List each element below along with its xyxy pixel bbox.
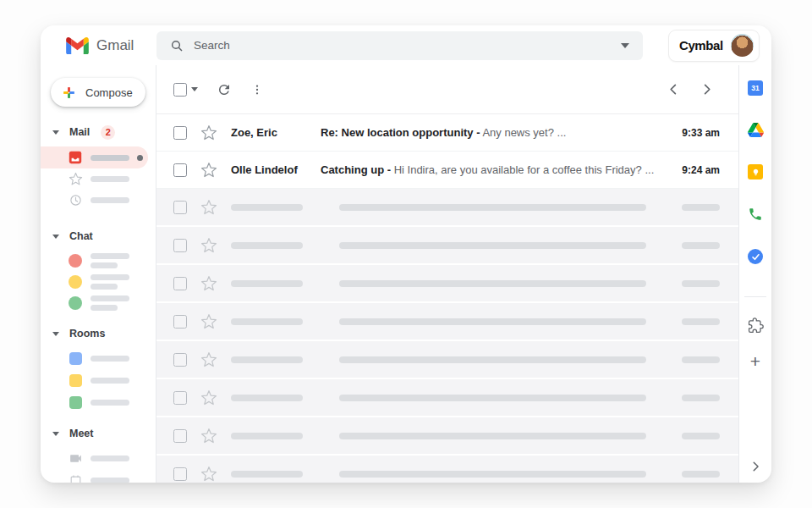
row-checkbox[interactable] (173, 353, 187, 367)
app-header: Gmail Cymbal (41, 25, 771, 65)
google-drive-icon[interactable] (748, 123, 764, 137)
google-voice-icon[interactable] (748, 207, 763, 222)
row-star-icon[interactable] (200, 313, 217, 330)
skeleton-email-row[interactable] (156, 303, 738, 341)
sidebar-item-snoozed[interactable] (41, 190, 148, 211)
email-sender: Olle Lindelof (231, 163, 321, 176)
section-chat[interactable]: Chat (41, 229, 156, 243)
room-item[interactable] (41, 391, 148, 413)
refresh-button[interactable] (217, 82, 232, 97)
select-dropdown-icon[interactable] (191, 87, 198, 91)
expand-panel-icon[interactable] (749, 461, 761, 472)
search-bar[interactable] (156, 31, 643, 60)
chat-contact-item[interactable] (41, 292, 148, 313)
row-star-icon[interactable] (200, 199, 217, 216)
email-row[interactable]: Zoe, Eric Re: New location opportunity -… (156, 114, 738, 152)
row-checkbox[interactable] (173, 277, 187, 290)
email-rows: Zoe, Eric Re: New location opportunity -… (156, 114, 738, 483)
brand-badge[interactable]: Cymbal (668, 30, 760, 62)
user-avatar[interactable] (731, 34, 754, 57)
row-star-icon[interactable] (200, 389, 217, 406)
row-star-icon[interactable] (200, 351, 217, 368)
get-addons-icon[interactable]: + (750, 354, 760, 369)
row-checkbox[interactable] (173, 391, 187, 405)
chat-contact-item[interactable] (41, 271, 148, 292)
skeleton-bar (231, 433, 303, 439)
unread-dot (137, 155, 143, 161)
row-star-icon[interactable] (200, 275, 217, 292)
skeleton-bar (339, 242, 646, 249)
row-checkbox[interactable] (173, 126, 187, 140)
sidebar-item-starred[interactable] (41, 168, 148, 190)
google-keep-icon[interactable] (748, 164, 763, 179)
section-mail[interactable]: Mail 2 (41, 125, 156, 139)
google-calendar-icon[interactable]: 31 (748, 80, 763, 96)
section-rooms[interactable]: Rooms (41, 327, 156, 340)
row-checkbox[interactable] (173, 239, 187, 252)
search-input[interactable] (194, 39, 621, 52)
skeleton-email-row[interactable] (156, 265, 738, 303)
skeleton-bar (231, 356, 303, 363)
google-tasks-icon[interactable] (748, 249, 763, 264)
row-checkbox[interactable] (173, 315, 187, 329)
skeleton-bar (231, 280, 303, 287)
row-star-icon[interactable] (200, 466, 217, 483)
row-checkbox[interactable] (173, 429, 187, 443)
chat-contact-item[interactable] (41, 250, 148, 271)
sidebar-item-inbox[interactable] (41, 146, 148, 168)
section-meet[interactable]: Meet (41, 427, 156, 440)
skeleton-email-row[interactable] (156, 379, 738, 417)
clock-icon (68, 194, 83, 207)
email-snippet: Any news yet? ... (480, 126, 567, 139)
row-checkbox[interactable] (173, 201, 187, 214)
room-item[interactable] (41, 347, 148, 369)
plus-multicolor-icon (62, 86, 76, 100)
skeleton-email-row[interactable] (156, 417, 738, 456)
row-star-icon[interactable] (200, 428, 217, 444)
search-options-icon[interactable] (621, 43, 629, 48)
compose-button[interactable]: Compose (51, 78, 145, 107)
skeleton-email-row[interactable] (156, 189, 738, 227)
newer-page-button[interactable] (667, 83, 680, 96)
room-item[interactable] (41, 369, 148, 391)
older-page-button[interactable] (700, 83, 713, 96)
meet-new-meeting-item[interactable] (41, 447, 148, 469)
skeleton-bar (339, 280, 646, 287)
rail-divider (744, 296, 766, 297)
skeleton-bar (91, 274, 129, 280)
chevron-down-icon[interactable] (52, 130, 59, 135)
compose-label: Compose (85, 86, 133, 99)
meet-join-meeting-item[interactable] (41, 469, 148, 483)
inbox-icon (68, 151, 83, 164)
star-icon (68, 172, 83, 186)
row-star-icon[interactable] (200, 237, 217, 254)
skeleton-email-row[interactable] (156, 456, 738, 483)
email-subject-bold: Catching up - (321, 163, 391, 176)
skeleton-bar (91, 456, 129, 461)
gmail-brand[interactable]: Gmail (66, 37, 156, 54)
email-subject: Re: New location opportunity - Any news … (321, 126, 672, 139)
skeleton-bar (682, 395, 720, 401)
videocam-icon (68, 451, 83, 466)
chevron-down-icon[interactable] (52, 235, 59, 239)
row-checkbox[interactable] (173, 467, 187, 481)
left-sidebar: Compose Mail 2 (41, 65, 156, 483)
skeleton-bar (339, 356, 646, 363)
skeleton-email-row[interactable] (156, 227, 738, 265)
row-star-icon[interactable] (200, 124, 217, 141)
email-row[interactable]: Olle Lindelof Catching up - Hi Indira, a… (156, 152, 738, 189)
skeleton-email-row[interactable] (156, 341, 738, 379)
select-all-checkbox[interactable] (173, 83, 187, 97)
extensions-icon[interactable] (748, 318, 764, 334)
row-checkbox[interactable] (173, 163, 187, 177)
email-time: 9:24 am (682, 164, 720, 176)
skeleton-bar (91, 305, 118, 311)
chevron-down-icon[interactable] (52, 332, 59, 336)
row-star-icon[interactable] (200, 162, 217, 179)
calendar-day-label: 31 (748, 80, 763, 96)
chevron-down-icon[interactable] (52, 432, 59, 436)
section-label-mail: Mail (69, 126, 90, 138)
email-time: 9:33 am (682, 127, 720, 139)
more-options-button[interactable] (250, 83, 264, 97)
calendar-outline-icon (68, 474, 83, 483)
